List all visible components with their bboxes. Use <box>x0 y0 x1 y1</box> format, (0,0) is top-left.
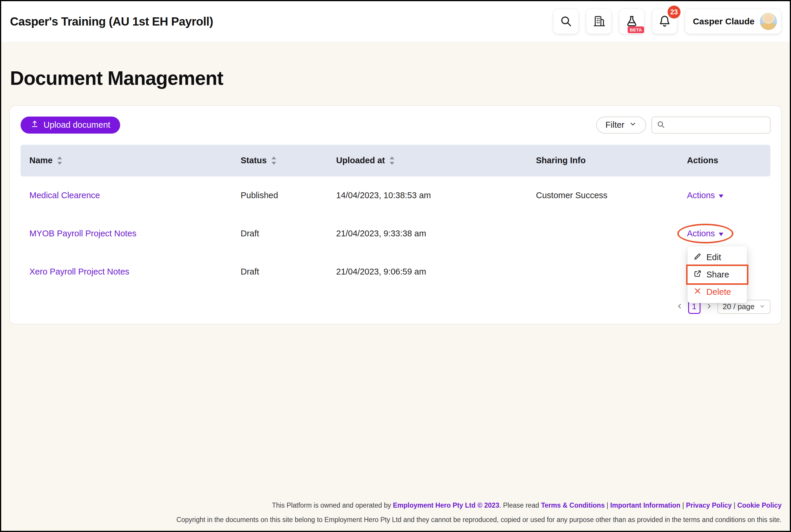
organisations-button[interactable] <box>587 9 611 34</box>
actions-annotation-ellipse: Actions <box>677 224 733 243</box>
search-icon <box>560 15 572 28</box>
footer-legal-line: This Platform is owned and operated by E… <box>10 501 781 509</box>
chevron-down-icon <box>759 302 765 311</box>
column-header-sharing-info: Sharing Info <box>536 156 687 165</box>
actions-dropdown-trigger[interactable]: Actions <box>687 191 724 200</box>
footer-separator: | <box>605 501 610 509</box>
footer-copyright-line: Copyright in the documents on this site … <box>10 516 781 524</box>
uploaded-at-cell: 21/04/2023, 9:33:38 am <box>336 229 536 239</box>
caret-down-icon <box>718 191 724 200</box>
menu-item-edit[interactable]: Edit <box>687 249 747 266</box>
footer-link-terms[interactable]: Terms & Conditions <box>541 501 605 509</box>
footer-link-cookie-policy[interactable]: Cookie Policy <box>737 501 781 509</box>
column-header-status[interactable]: Status <box>241 156 336 166</box>
column-header-name[interactable]: Name <box>21 156 241 166</box>
bell-icon <box>659 15 671 28</box>
search-icon <box>657 120 665 130</box>
pencil-icon <box>694 252 702 263</box>
menu-item-label: Delete <box>706 287 731 297</box>
footer-separator: | <box>681 501 686 509</box>
table-row: MYOB Payroll Project Notes Draft 21/04/2… <box>21 215 770 253</box>
actions-dropdown-menu: Edit Share Delete <box>687 246 747 303</box>
upload-icon <box>31 120 39 130</box>
previous-page-button[interactable] <box>676 303 683 310</box>
beta-badge: BETA <box>628 26 644 33</box>
filter-button[interactable]: Filter <box>596 117 646 134</box>
user-menu-button[interactable]: Casper Claude <box>685 9 781 34</box>
search-box <box>651 117 770 134</box>
status-cell: Draft <box>241 229 336 239</box>
footer-separator: | <box>732 501 737 509</box>
close-icon <box>694 287 702 297</box>
document-link[interactable]: Medical Clearence <box>30 191 100 200</box>
chevron-down-icon <box>629 120 637 130</box>
chevron-right-icon <box>706 303 712 310</box>
notifications-button[interactable]: 23 <box>652 9 677 34</box>
app-window: Casper's Training (AU 1st EH Payroll) <box>0 0 791 532</box>
column-header-actions: Actions <box>687 156 770 165</box>
footer-link-privacy-policy[interactable]: Privacy Policy <box>686 501 732 509</box>
avatar <box>760 13 777 30</box>
search-button[interactable] <box>554 9 578 34</box>
sort-icon <box>57 156 62 166</box>
page-title: Document Management <box>10 68 781 89</box>
sort-icon <box>389 156 395 166</box>
documents-card: Upload document Filter <box>10 106 781 324</box>
uploaded-at-cell: 21/04/2023, 9:06:59 am <box>336 267 536 277</box>
status-cell: Published <box>241 191 336 200</box>
building-icon <box>593 15 605 28</box>
uploaded-at-cell: 14/04/2023, 10:38:53 am <box>336 191 536 200</box>
table-row: Xero Payroll Project Notes Draft 21/04/2… <box>21 253 770 291</box>
search-input[interactable] <box>668 120 765 130</box>
upload-button-label: Upload document <box>43 120 110 130</box>
chevron-left-icon <box>676 303 683 310</box>
share-icon <box>694 269 702 280</box>
sharing-info-cell: Customer Success <box>536 191 687 200</box>
table-header-row: Name Status Uploaded at <box>21 145 770 176</box>
document-link[interactable]: Xero Payroll Project Notes <box>30 267 129 276</box>
org-title: Casper's Training (AU 1st EH Payroll) <box>10 15 213 28</box>
footer-link-important-information[interactable]: Important Information <box>610 501 681 509</box>
toolbar-right: Filter <box>596 117 770 134</box>
flask-icon <box>626 15 638 28</box>
notification-count-badge: 23 <box>667 5 681 19</box>
menu-item-label: Edit <box>706 252 721 262</box>
status-cell: Draft <box>241 267 336 277</box>
sort-icon <box>271 156 277 166</box>
topbar: Casper's Training (AU 1st EH Payroll) <box>1 1 790 42</box>
user-name: Casper Claude <box>693 16 755 26</box>
beta-features-button[interactable]: BETA <box>620 9 644 34</box>
topbar-actions: BETA 23 Casper Claude <box>554 9 781 34</box>
card-toolbar: Upload document Filter <box>21 117 770 134</box>
menu-item-share[interactable]: Share <box>687 266 747 283</box>
footer-link-employment-hero[interactable]: Employment Hero Pty Ltd © 2023 <box>393 501 499 509</box>
filter-button-label: Filter <box>606 120 624 130</box>
actions-dropdown-trigger[interactable]: Actions <box>687 229 724 239</box>
caret-down-icon <box>718 229 724 239</box>
documents-table: Name Status Uploaded at <box>21 145 770 291</box>
next-page-button[interactable] <box>706 303 712 310</box>
column-header-uploaded-at[interactable]: Uploaded at <box>336 156 536 166</box>
document-link[interactable]: MYOB Payroll Project Notes <box>30 229 136 238</box>
footer-text: . Please read <box>499 501 541 509</box>
page-size-value: 20 / page <box>723 302 755 311</box>
footer: This Platform is owned and operated by E… <box>10 501 781 524</box>
menu-item-label: Share <box>706 270 729 280</box>
pagination: 1 20 / page <box>21 300 770 314</box>
upload-document-button[interactable]: Upload document <box>21 117 120 134</box>
footer-text: This Platform is owned and operated by <box>272 501 393 509</box>
menu-item-delete[interactable]: Delete <box>687 283 747 301</box>
table-row: Medical Clearence Published 14/04/2023, … <box>21 176 770 215</box>
